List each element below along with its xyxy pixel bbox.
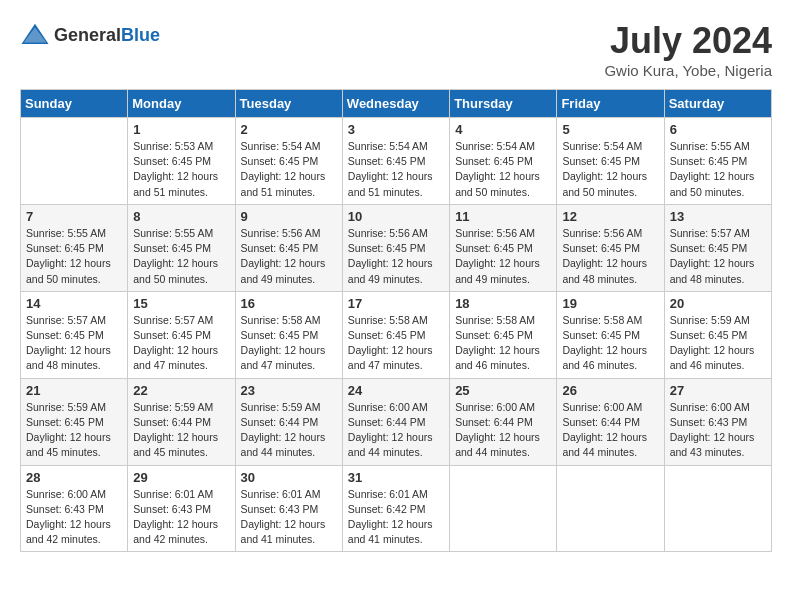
- calendar-cell: 5Sunrise: 5:54 AM Sunset: 6:45 PM Daylig…: [557, 118, 664, 205]
- day-info: Sunrise: 6:01 AM Sunset: 6:42 PM Dayligh…: [348, 487, 444, 548]
- calendar-cell: 9Sunrise: 5:56 AM Sunset: 6:45 PM Daylig…: [235, 204, 342, 291]
- day-info: Sunrise: 5:57 AM Sunset: 6:45 PM Dayligh…: [133, 313, 229, 374]
- day-number: 15: [133, 296, 229, 311]
- day-info: Sunrise: 5:54 AM Sunset: 6:45 PM Dayligh…: [241, 139, 337, 200]
- calendar-cell: 8Sunrise: 5:55 AM Sunset: 6:45 PM Daylig…: [128, 204, 235, 291]
- calendar-cell: 21Sunrise: 5:59 AM Sunset: 6:45 PM Dayli…: [21, 378, 128, 465]
- day-number: 18: [455, 296, 551, 311]
- day-info: Sunrise: 6:00 AM Sunset: 6:44 PM Dayligh…: [455, 400, 551, 461]
- calendar-cell: 30Sunrise: 6:01 AM Sunset: 6:43 PM Dayli…: [235, 465, 342, 552]
- calendar-header-row: SundayMondayTuesdayWednesdayThursdayFrid…: [21, 90, 772, 118]
- calendar-week-row: 14Sunrise: 5:57 AM Sunset: 6:45 PM Dayli…: [21, 291, 772, 378]
- day-number: 17: [348, 296, 444, 311]
- day-number: 30: [241, 470, 337, 485]
- header-day-monday: Monday: [128, 90, 235, 118]
- day-info: Sunrise: 5:59 AM Sunset: 6:44 PM Dayligh…: [133, 400, 229, 461]
- day-number: 21: [26, 383, 122, 398]
- calendar-week-row: 1Sunrise: 5:53 AM Sunset: 6:45 PM Daylig…: [21, 118, 772, 205]
- day-info: Sunrise: 5:56 AM Sunset: 6:45 PM Dayligh…: [348, 226, 444, 287]
- day-info: Sunrise: 5:56 AM Sunset: 6:45 PM Dayligh…: [455, 226, 551, 287]
- calendar-cell: 17Sunrise: 5:58 AM Sunset: 6:45 PM Dayli…: [342, 291, 449, 378]
- day-number: 5: [562, 122, 658, 137]
- calendar-cell: 29Sunrise: 6:01 AM Sunset: 6:43 PM Dayli…: [128, 465, 235, 552]
- day-info: Sunrise: 5:56 AM Sunset: 6:45 PM Dayligh…: [562, 226, 658, 287]
- day-info: Sunrise: 5:59 AM Sunset: 6:45 PM Dayligh…: [670, 313, 766, 374]
- day-info: Sunrise: 5:55 AM Sunset: 6:45 PM Dayligh…: [670, 139, 766, 200]
- calendar-cell: 1Sunrise: 5:53 AM Sunset: 6:45 PM Daylig…: [128, 118, 235, 205]
- day-number: 22: [133, 383, 229, 398]
- day-info: Sunrise: 5:58 AM Sunset: 6:45 PM Dayligh…: [241, 313, 337, 374]
- calendar-cell: 15Sunrise: 5:57 AM Sunset: 6:45 PM Dayli…: [128, 291, 235, 378]
- calendar-week-row: 7Sunrise: 5:55 AM Sunset: 6:45 PM Daylig…: [21, 204, 772, 291]
- month-title: July 2024: [604, 20, 772, 62]
- day-number: 25: [455, 383, 551, 398]
- day-number: 14: [26, 296, 122, 311]
- calendar-cell: 28Sunrise: 6:00 AM Sunset: 6:43 PM Dayli…: [21, 465, 128, 552]
- header-day-sunday: Sunday: [21, 90, 128, 118]
- calendar-cell: 20Sunrise: 5:59 AM Sunset: 6:45 PM Dayli…: [664, 291, 771, 378]
- day-info: Sunrise: 6:01 AM Sunset: 6:43 PM Dayligh…: [241, 487, 337, 548]
- calendar-cell: 12Sunrise: 5:56 AM Sunset: 6:45 PM Dayli…: [557, 204, 664, 291]
- day-info: Sunrise: 6:00 AM Sunset: 6:43 PM Dayligh…: [670, 400, 766, 461]
- day-info: Sunrise: 5:59 AM Sunset: 6:44 PM Dayligh…: [241, 400, 337, 461]
- day-info: Sunrise: 5:55 AM Sunset: 6:45 PM Dayligh…: [133, 226, 229, 287]
- day-number: 11: [455, 209, 551, 224]
- calendar-cell: 22Sunrise: 5:59 AM Sunset: 6:44 PM Dayli…: [128, 378, 235, 465]
- calendar-cell: 18Sunrise: 5:58 AM Sunset: 6:45 PM Dayli…: [450, 291, 557, 378]
- calendar-cell: 10Sunrise: 5:56 AM Sunset: 6:45 PM Dayli…: [342, 204, 449, 291]
- logo-icon: [20, 20, 50, 50]
- day-number: 4: [455, 122, 551, 137]
- header-day-thursday: Thursday: [450, 90, 557, 118]
- day-info: Sunrise: 5:56 AM Sunset: 6:45 PM Dayligh…: [241, 226, 337, 287]
- day-number: 8: [133, 209, 229, 224]
- logo-blue-text: Blue: [121, 25, 160, 45]
- day-number: 10: [348, 209, 444, 224]
- day-number: 20: [670, 296, 766, 311]
- calendar-cell: 27Sunrise: 6:00 AM Sunset: 6:43 PM Dayli…: [664, 378, 771, 465]
- title-block: July 2024 Gwio Kura, Yobe, Nigeria: [604, 20, 772, 79]
- day-number: 1: [133, 122, 229, 137]
- calendar-cell: 25Sunrise: 6:00 AM Sunset: 6:44 PM Dayli…: [450, 378, 557, 465]
- day-info: Sunrise: 6:00 AM Sunset: 6:43 PM Dayligh…: [26, 487, 122, 548]
- day-number: 13: [670, 209, 766, 224]
- day-info: Sunrise: 5:54 AM Sunset: 6:45 PM Dayligh…: [562, 139, 658, 200]
- calendar-cell: [450, 465, 557, 552]
- day-info: Sunrise: 6:00 AM Sunset: 6:44 PM Dayligh…: [562, 400, 658, 461]
- calendar-cell: 31Sunrise: 6:01 AM Sunset: 6:42 PM Dayli…: [342, 465, 449, 552]
- calendar-cell: 16Sunrise: 5:58 AM Sunset: 6:45 PM Dayli…: [235, 291, 342, 378]
- day-number: 12: [562, 209, 658, 224]
- day-number: 6: [670, 122, 766, 137]
- calendar-week-row: 21Sunrise: 5:59 AM Sunset: 6:45 PM Dayli…: [21, 378, 772, 465]
- logo-general-text: General: [54, 25, 121, 45]
- day-number: 7: [26, 209, 122, 224]
- day-number: 19: [562, 296, 658, 311]
- day-number: 28: [26, 470, 122, 485]
- day-info: Sunrise: 5:57 AM Sunset: 6:45 PM Dayligh…: [670, 226, 766, 287]
- day-info: Sunrise: 5:58 AM Sunset: 6:45 PM Dayligh…: [455, 313, 551, 374]
- calendar-cell: [557, 465, 664, 552]
- day-info: Sunrise: 5:54 AM Sunset: 6:45 PM Dayligh…: [455, 139, 551, 200]
- day-number: 23: [241, 383, 337, 398]
- svg-marker-1: [24, 28, 47, 43]
- calendar-cell: 19Sunrise: 5:58 AM Sunset: 6:45 PM Dayli…: [557, 291, 664, 378]
- page-header: GeneralBlue July 2024 Gwio Kura, Yobe, N…: [20, 20, 772, 79]
- calendar-cell: 14Sunrise: 5:57 AM Sunset: 6:45 PM Dayli…: [21, 291, 128, 378]
- calendar-cell: 26Sunrise: 6:00 AM Sunset: 6:44 PM Dayli…: [557, 378, 664, 465]
- header-day-tuesday: Tuesday: [235, 90, 342, 118]
- day-number: 2: [241, 122, 337, 137]
- calendar-cell: 11Sunrise: 5:56 AM Sunset: 6:45 PM Dayli…: [450, 204, 557, 291]
- calendar-cell: 13Sunrise: 5:57 AM Sunset: 6:45 PM Dayli…: [664, 204, 771, 291]
- day-info: Sunrise: 5:59 AM Sunset: 6:45 PM Dayligh…: [26, 400, 122, 461]
- calendar-week-row: 28Sunrise: 6:00 AM Sunset: 6:43 PM Dayli…: [21, 465, 772, 552]
- day-number: 3: [348, 122, 444, 137]
- calendar-cell: 24Sunrise: 6:00 AM Sunset: 6:44 PM Dayli…: [342, 378, 449, 465]
- day-info: Sunrise: 5:58 AM Sunset: 6:45 PM Dayligh…: [562, 313, 658, 374]
- day-info: Sunrise: 5:55 AM Sunset: 6:45 PM Dayligh…: [26, 226, 122, 287]
- calendar-table: SundayMondayTuesdayWednesdayThursdayFrid…: [20, 89, 772, 552]
- calendar-cell: [21, 118, 128, 205]
- day-number: 27: [670, 383, 766, 398]
- location-title: Gwio Kura, Yobe, Nigeria: [604, 62, 772, 79]
- day-info: Sunrise: 6:01 AM Sunset: 6:43 PM Dayligh…: [133, 487, 229, 548]
- calendar-cell: 4Sunrise: 5:54 AM Sunset: 6:45 PM Daylig…: [450, 118, 557, 205]
- day-info: Sunrise: 5:58 AM Sunset: 6:45 PM Dayligh…: [348, 313, 444, 374]
